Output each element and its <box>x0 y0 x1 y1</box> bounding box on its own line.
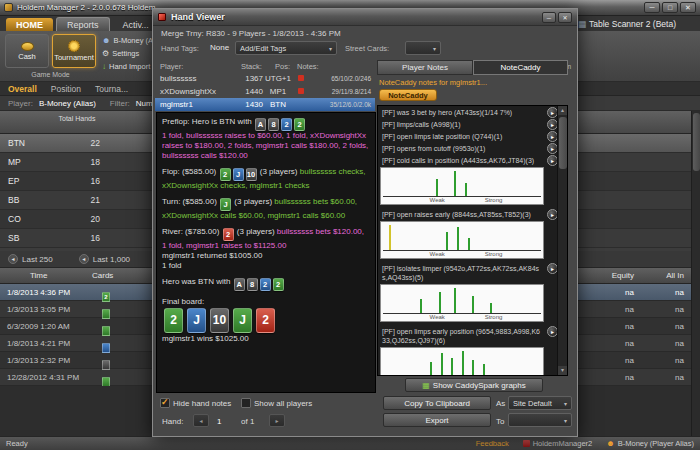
note-item[interactable]: [PF] was 3 bet by hero (AT43ss)(1/14 7%)… <box>378 106 545 118</box>
notes-scrollbar[interactable]: ▴ ▾ <box>557 106 567 375</box>
card-2-heart: 2 <box>256 308 275 333</box>
tab-player-notes[interactable]: Player Notes <box>377 60 473 75</box>
card-A-spade: A <box>234 278 245 291</box>
graph-bar <box>472 360 474 376</box>
graph-bar <box>420 299 422 313</box>
settings-button[interactable]: ⚙ Settings <box>102 48 139 59</box>
river-card: 2 <box>222 227 235 236</box>
player-filter-value[interactable]: B-Money (Alias) <box>39 99 96 108</box>
card-J-diamond: J <box>233 168 244 181</box>
card-J-club: J <box>220 198 231 211</box>
street-cards-dropdown[interactable]: ▾ <box>405 41 441 55</box>
flop-cards: 2J10 <box>219 167 258 176</box>
flop-line: Flop: ($585.00) 2J10 (3 players) bullsss… <box>162 167 370 191</box>
player-filter-label: Player: <box>8 99 33 108</box>
filter-last-250[interactable]: ◂ Last 250 <box>8 254 53 264</box>
hide-hand-notes-label: Hide hand notes <box>173 399 231 408</box>
hero-cards: A822 <box>254 117 306 126</box>
scrollbar-thumb[interactable] <box>559 117 567 169</box>
hero-was-line: Hero was BTN with A822 <box>162 277 370 291</box>
play-icon: ▸ <box>548 144 557 154</box>
arrow-icon: ◂ <box>8 254 18 264</box>
dialog-close-button[interactable]: ✕ <box>558 12 572 23</box>
maximize-button[interactable]: □ <box>662 2 678 13</box>
prev-hand-button[interactable]: ◂ <box>193 414 209 427</box>
player-row[interactable]: mglmstr11430BTN35/12/6.0/2.0k <box>155 98 375 111</box>
cash-button[interactable]: Cash <box>5 34 49 68</box>
note-item[interactable]: [PF] open limps late position (Q744)(1)▸ <box>378 130 545 142</box>
graph-bar <box>389 225 391 250</box>
river-players: (3 players) <box>237 227 275 236</box>
card-2-diamond: 2 <box>281 118 292 131</box>
card-mini: 2 <box>102 292 110 302</box>
graph-bar <box>454 288 456 313</box>
subtab-overall[interactable]: Overall <box>8 84 37 94</box>
note-item[interactable]: [PF] limps/calls (A998)(1)▸ <box>378 118 545 130</box>
tab-reports[interactable]: Reports <box>56 17 110 31</box>
dialog-titlebar[interactable]: Hand Viewer ─ ✕ <box>153 9 577 26</box>
add-edit-tags-dropdown[interactable]: Add/Edit Tags ▾ <box>235 41 337 55</box>
subtab-tournament[interactable]: Tourna... <box>95 84 128 94</box>
caddyspark-graph: WeakStrong <box>380 167 544 205</box>
dialog-minimize-button[interactable]: ─ <box>542 12 556 23</box>
river-label: River: ($785.00) <box>162 227 219 236</box>
fold-line: 1 fold <box>162 261 370 271</box>
player-row[interactable]: bullssssss1367UTG+165/10/2.0/246 <box>155 72 375 85</box>
strong-label: Strong <box>485 251 503 258</box>
scrollbar-thumb[interactable] <box>693 113 700 171</box>
graph-bar <box>462 351 464 376</box>
export-button[interactable]: Export <box>383 413 491 427</box>
show-all-players-checkbox[interactable] <box>241 398 251 408</box>
main-scrollbar[interactable] <box>691 111 700 436</box>
coins-icon <box>21 42 34 51</box>
next-hand-button[interactable]: ▸ <box>269 414 285 427</box>
feedback-link[interactable]: Feedback <box>476 439 509 448</box>
hide-hand-notes-checkbox[interactable] <box>160 398 170 408</box>
column-total-hands[interactable]: Total Hands <box>56 115 98 123</box>
graph-bar <box>441 353 443 376</box>
as-label: As <box>496 399 505 408</box>
tournament-button[interactable]: Tournament <box>52 34 96 68</box>
note-item[interactable]: [PF] open raises early (8844ss,AT85ss,T8… <box>378 208 545 220</box>
note-item[interactable]: [PF] opens from cutoff (9953o)(1)▸ <box>378 142 545 154</box>
column-time[interactable]: Time <box>30 271 47 280</box>
note-item[interactable]: [PF] isolates limper (9542o,AT72ss,AK72s… <box>378 262 545 283</box>
note-item[interactable]: [PF] open limps early position (9654,988… <box>378 325 545 346</box>
hand-viewer-dialog: Hand Viewer ─ ✕ Merge Trny: R830 - 9 Pla… <box>152 8 578 437</box>
main-window-title: Holdem Manager 2 - 2.0.0.678 Holdem... <box>17 3 162 12</box>
export-format-dropdown[interactable]: ▾ <box>508 413 572 427</box>
player-row[interactable]: xXDownsightXx1440MP129/11/9.8/214 <box>155 85 375 98</box>
minimize-button[interactable]: ─ <box>644 2 660 13</box>
column-equity[interactable]: Equity <box>586 271 634 280</box>
chevron-down-icon: ▾ <box>560 400 567 407</box>
hand-import-button[interactable]: ↓ Hand Import <box>102 61 150 72</box>
caddyspark-graph: WeakStrong <box>380 284 544 322</box>
card-mini <box>102 326 110 336</box>
subtab-position[interactable]: Position <box>51 84 81 94</box>
card-2-club: 2 <box>294 118 305 131</box>
play-icon: ▸ <box>548 156 557 166</box>
scroll-up-icon[interactable]: ▴ <box>558 106 567 115</box>
card-mini <box>102 343 110 353</box>
copy-to-clipboard-button[interactable]: Copy To Clipboard <box>383 396 491 410</box>
col-stack: Stack: <box>241 62 262 71</box>
table-scanner-button[interactable]: ▦ Table Scanner 2 (Beta) <box>578 17 676 30</box>
strong-label: Strong <box>485 197 503 204</box>
card-2-diamond: 2 <box>260 278 271 291</box>
column-all-in[interactable]: All In <box>634 271 684 280</box>
hand-tags-value: None <box>210 43 229 52</box>
hm2-status-button[interactable]: HoldemManager2 <box>523 439 593 448</box>
tab-notecaddy[interactable]: NoteCaddy <box>473 60 568 75</box>
filter-last-1000[interactable]: ◂ Last 1,000 <box>79 254 130 264</box>
player-note-icon <box>298 75 304 81</box>
column-cards[interactable]: Cards <box>92 271 113 280</box>
close-button[interactable]: ✕ <box>680 2 696 13</box>
status-text: Ready <box>6 439 28 448</box>
tab-home[interactable]: HOME <box>6 18 53 31</box>
chip-icon <box>68 40 80 52</box>
scroll-down-icon[interactable]: ▾ <box>558 366 567 375</box>
copy-format-dropdown[interactable]: Site Default ▾ <box>508 396 572 410</box>
note-item[interactable]: [PF] cold calls in position (A443ss,AK76… <box>378 154 545 166</box>
alias-status-button[interactable]: ☻ B-Money (Player Alias) <box>606 439 694 448</box>
show-caddyspark-button[interactable]: ▦ Show CaddySpark graphs <box>405 378 543 392</box>
